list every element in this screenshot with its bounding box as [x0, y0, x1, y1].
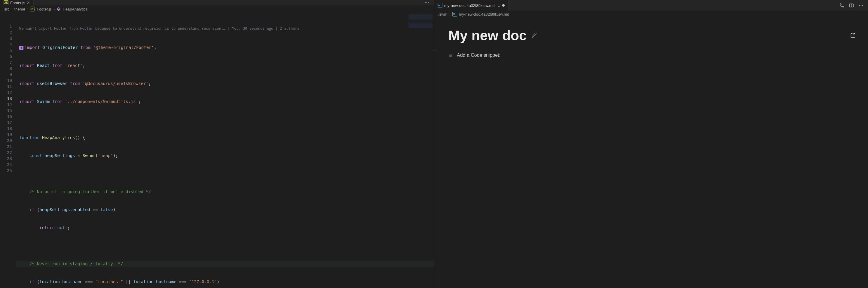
tab-label: my-new-doc.4a32l89k.sw.md	[444, 3, 495, 8]
swimm-glyph-icon: ◈	[19, 46, 24, 50]
md-file-icon: M↓	[438, 3, 442, 8]
doc-body[interactable]: Add a Code snippet:	[434, 53, 868, 58]
svg-point-4	[842, 6, 844, 7]
js-file-icon: JS	[4, 0, 8, 5]
tab-label: Footer.js	[10, 1, 25, 5]
breadcrumb-part[interactable]: src	[4, 7, 9, 11]
svg-point-9	[862, 5, 863, 5]
code-content[interactable]: We can't import Footer from Footer becau…	[16, 13, 434, 288]
codelens[interactable]: We can't import Footer from Footer becau…	[16, 25, 434, 32]
dirty-indicator-icon	[502, 4, 505, 7]
tab-actions-left	[424, 0, 434, 5]
breadcrumbs-right[interactable]: .swm › M↓ my-new-doc.4a32l89k.sw.md	[434, 10, 868, 18]
minimap[interactable]	[408, 14, 433, 28]
tab-bar-left: JS Footer.js ×	[0, 0, 434, 5]
doc-block[interactable]: Add a Code snippet:	[448, 53, 854, 58]
tab-actions-right	[839, 3, 868, 8]
chevron-right-icon: ›	[11, 7, 12, 11]
svg-point-2	[428, 2, 429, 3]
tab-footer-js[interactable]: JS Footer.js ×	[0, 0, 34, 5]
chevron-right-icon: ›	[27, 7, 28, 11]
js-file-icon: JS	[30, 7, 35, 11]
breadcrumb-part[interactable]: .swm	[438, 12, 447, 17]
breadcrumb-file[interactable]: my-new-doc.4a32l89k.sw.md	[459, 12, 509, 17]
doc-title[interactable]: My new doc	[448, 27, 527, 43]
split-editor-icon[interactable]	[849, 3, 854, 8]
doc-header: My new doc	[434, 18, 868, 53]
breadcrumb-file[interactable]: Footer.js	[37, 7, 52, 11]
svg-point-1	[427, 2, 427, 3]
pencil-icon[interactable]	[531, 32, 537, 38]
breadcrumb-part[interactable]: theme	[14, 7, 25, 11]
chevron-right-icon: ›	[54, 7, 55, 11]
code-editor[interactable]: 12345 678910 1112131415 1617181920 21222…	[0, 13, 434, 288]
open-external-icon[interactable]	[850, 32, 856, 38]
block-text[interactable]: Add a Code snippet:	[457, 53, 500, 58]
svg-point-0	[425, 2, 426, 3]
svg-point-3	[840, 4, 841, 5]
close-icon[interactable]: ×	[27, 0, 30, 5]
chevron-right-icon: ›	[449, 12, 450, 17]
breadcrumbs-left[interactable]: src › theme › JS Footer.js › HeapAnalyti…	[0, 5, 434, 13]
tab-my-new-doc[interactable]: M↓ my-new-doc.4a32l89k.sw.md U	[434, 0, 508, 10]
line-gutter: 12345 678910 1112131415 1617181920 21222…	[0, 13, 16, 288]
more-icon[interactable]	[858, 3, 864, 8]
drag-handle-icon[interactable]	[448, 53, 453, 57]
function-icon	[57, 7, 61, 11]
untracked-badge: U	[498, 3, 500, 8]
svg-point-7	[859, 5, 860, 5]
text-cursor	[541, 53, 541, 58]
md-file-icon: M↓	[452, 12, 457, 17]
split-handle[interactable]: —	[432, 46, 436, 54]
breadcrumb-symbol[interactable]: HeapAnalytics	[63, 7, 88, 11]
tab-bar-right: M↓ my-new-doc.4a32l89k.sw.md U	[434, 0, 868, 10]
svg-point-8	[861, 5, 861, 5]
more-icon[interactable]	[424, 0, 430, 5]
compare-changes-icon[interactable]	[839, 3, 844, 8]
